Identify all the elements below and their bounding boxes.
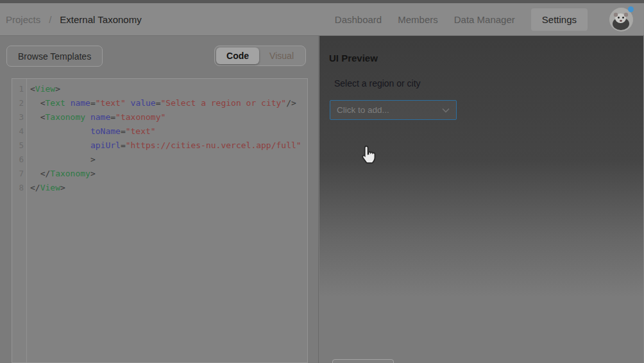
code-line[interactable]: > <box>30 153 307 167</box>
breadcrumb-current-project: External Taxonomy <box>60 14 141 25</box>
line-number: 4 <box>12 124 26 139</box>
labeling-config-panel: Browse Templates Code Visual 12345678 <V… <box>0 36 319 363</box>
ui-preview-title: UI Preview <box>329 53 378 63</box>
breadcrumb-projects-link[interactable]: Projects <box>6 14 40 25</box>
code-line[interactable]: <Text name="text" value="Select a region… <box>30 96 307 110</box>
nav-item-dashboard[interactable]: Dashboard <box>335 13 382 26</box>
notification-badge <box>628 6 634 12</box>
preview-prompt-text: Select a region or city <box>334 78 421 89</box>
code-visual-toggle: Code Visual <box>214 46 306 66</box>
main-content: Browse Templates Code Visual 12345678 <V… <box>0 36 644 363</box>
taxonomy-dropdown[interactable]: Click to add... <box>330 100 457 120</box>
line-number: 7 <box>12 167 26 181</box>
line-number: 8 <box>12 181 26 195</box>
line-number: 6 <box>12 153 26 167</box>
line-number: 5 <box>12 139 26 153</box>
nav-item-members[interactable]: Members <box>398 13 438 26</box>
ui-preview-panel: UI Preview Select a region or city Click… <box>319 36 644 363</box>
code-editor[interactable]: 12345678 <View> <Text name="text" value=… <box>12 78 308 363</box>
line-numbers: 12345678 <box>12 79 27 362</box>
toggle-code-button[interactable]: Code <box>216 47 259 64</box>
nav-item-settings[interactable]: Settings <box>531 8 588 31</box>
code-line[interactable]: <View> <box>30 82 307 96</box>
toggle-visual-button[interactable]: Visual <box>259 47 304 64</box>
code-line[interactable]: apiUrl="https://cities-nu.vercel.app/ful… <box>30 139 307 153</box>
breadcrumb-separator: / <box>49 14 51 25</box>
chevron-down-icon <box>442 108 450 113</box>
breadcrumb: Projects / External Taxonomy <box>0 14 142 25</box>
user-avatar-wrap <box>609 8 633 31</box>
code-line[interactable]: <Taxonomy name="taxonomy" <box>30 110 307 124</box>
line-number: 3 <box>12 110 26 124</box>
header-nav: Dashboard Members Data Manager Settings <box>335 8 588 31</box>
code-lines[interactable]: <View> <Text name="text" value="Select a… <box>28 79 307 362</box>
data-input-panel-edge <box>332 359 394 363</box>
taxonomy-dropdown-placeholder: Click to add... <box>337 105 389 115</box>
app-window: Projects / External Taxonomy Dashboard M… <box>0 0 644 363</box>
code-line[interactable]: </Taxonomy> <box>30 167 307 181</box>
header: Projects / External Taxonomy Dashboard M… <box>0 3 644 36</box>
browse-templates-button[interactable]: Browse Templates <box>6 46 103 67</box>
nav-item-data-manager[interactable]: Data Manager <box>454 13 515 26</box>
line-number: 2 <box>12 96 26 110</box>
line-number: 1 <box>12 82 26 96</box>
code-line[interactable]: </View> <box>30 181 307 195</box>
code-line[interactable]: toName="text" <box>30 124 307 139</box>
